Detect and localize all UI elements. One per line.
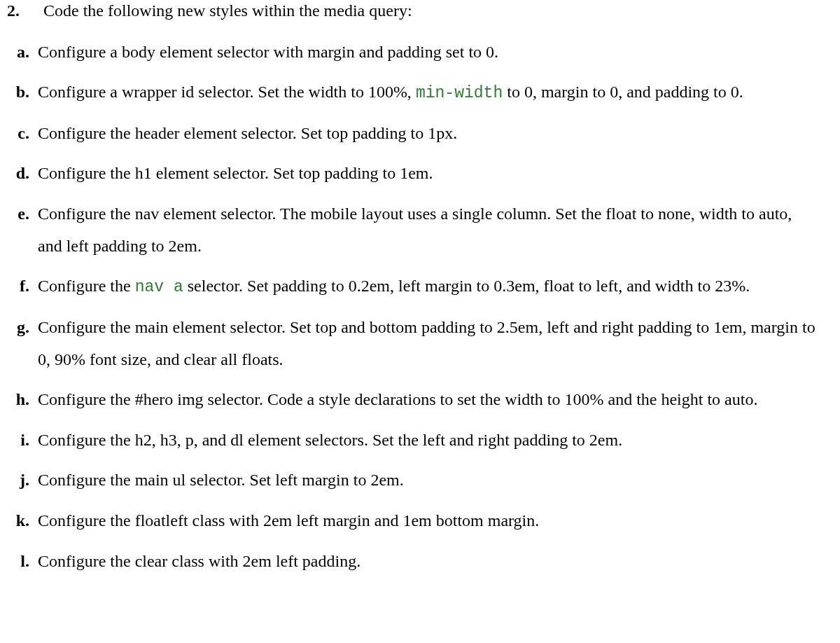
- list-item-body: Configure the main ul selector. Set left…: [38, 464, 833, 497]
- list-item-body: Configure the clear class with 2em left …: [38, 546, 833, 578]
- list-text: Code the following new styles within the…: [43, 0, 833, 24]
- list-item: f.Configure the nav a selector. Set padd…: [7, 270, 833, 303]
- text-run: Configure the h2, h3, p, and dl element …: [38, 431, 622, 449]
- list-item-main: 2. Code the following new styles within …: [7, 0, 833, 24]
- list-item-body: Configure the nav a selector. Set paddin…: [38, 270, 833, 303]
- text-run: Configure the: [38, 277, 135, 295]
- list-item-body: Configure a wrapper id selector. Set the…: [38, 76, 833, 109]
- list-item-body: Configure the #hero img selector. Code a…: [38, 384, 833, 416]
- text-run: Configure the #hero img selector. Code a…: [38, 390, 757, 408]
- list-item: h.Configure the #hero img selector. Code…: [7, 384, 833, 416]
- list-number: 2.: [7, 0, 43, 24]
- list-item: k.Configure the floatleft class with 2em…: [7, 505, 833, 537]
- list-item-body: Configure the h2, h3, p, and dl element …: [38, 424, 833, 457]
- list-item-letter: g.: [7, 315, 38, 340]
- text-run: Configure the header element selector. S…: [38, 124, 457, 142]
- list-item-letter: b.: [7, 80, 38, 105]
- list-item-letter: f.: [7, 274, 38, 299]
- text-run: Configure the nav element selector. The …: [38, 205, 792, 255]
- text-run: Configure the h1 element selector. Set t…: [38, 164, 433, 182]
- list-item-letter: a.: [7, 40, 38, 65]
- text-run: Configure the floatleft class with 2em l…: [38, 511, 539, 530]
- list-item-letter: k.: [7, 509, 38, 534]
- list-item-letter: l.: [7, 549, 38, 574]
- text-run: Configure a body element selector with m…: [38, 43, 498, 61]
- list-item-body: Configure the main element selector. Set…: [38, 312, 833, 375]
- list-item: e.Configure the nav element selector. Th…: [7, 198, 833, 262]
- list-item-body: Configure the nav element selector. The …: [38, 198, 833, 262]
- list-item-letter: e.: [7, 202, 38, 227]
- list-item: d.Configure the h1 element selector. Set…: [7, 158, 833, 190]
- list-item-letter: i.: [7, 428, 38, 453]
- list-item-letter: d.: [7, 161, 38, 186]
- list-item-body: Configure the header element selector. S…: [38, 118, 833, 150]
- text-run: to 0, margin to 0, and padding to 0.: [503, 83, 743, 101]
- ordered-sublist: a.Configure a body element selector with…: [7, 36, 833, 578]
- code-keyword: min-width: [416, 84, 503, 102]
- list-item-body: Configure the floatleft class with 2em l…: [38, 505, 833, 537]
- list-item: i.Configure the h2, h3, p, and dl elemen…: [7, 424, 833, 457]
- list-item-letter: h.: [7, 387, 38, 413]
- list-item-body: Configure a body element selector with m…: [38, 36, 833, 69]
- list-item-letter: c.: [7, 121, 38, 146]
- text-run: Configure a wrapper id selector. Set the…: [38, 83, 416, 101]
- text-run: Configure the clear class with 2em left …: [38, 552, 360, 570]
- text-run: selector. Set padding to 0.2em, left mar…: [183, 277, 750, 295]
- list-item: c.Configure the header element selector.…: [7, 118, 833, 150]
- text-run: Configure the main element selector. Set…: [38, 318, 816, 368]
- list-item: a.Configure a body element selector with…: [7, 36, 833, 69]
- list-item: g.Configure the main element selector. S…: [7, 312, 833, 375]
- list-item-letter: j.: [7, 468, 38, 493]
- list-item: b.Configure a wrapper id selector. Set t…: [7, 76, 833, 109]
- list-item-body: Configure the h1 element selector. Set t…: [38, 158, 833, 190]
- list-item: l.Configure the clear class with 2em lef…: [7, 546, 833, 578]
- document-page: 2. Code the following new styles within …: [0, 0, 840, 577]
- code-keyword: nav a: [135, 278, 183, 296]
- list-item: j.Configure the main ul selector. Set le…: [7, 464, 833, 497]
- text-run: Configure the main ul selector. Set left…: [38, 471, 404, 489]
